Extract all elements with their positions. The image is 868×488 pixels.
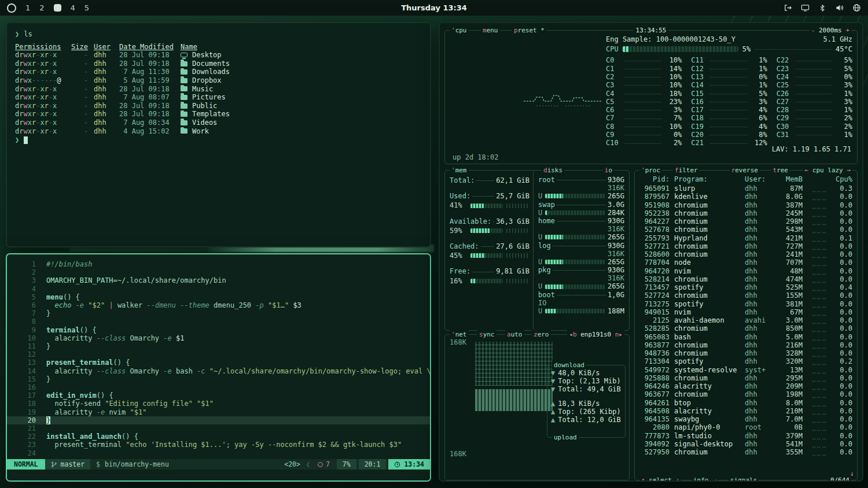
file-row[interactable]: drwxr-xr-x-dhh 4 Aug 15:02Work	[15, 127, 430, 136]
code-line[interactable]: 4	[7, 285, 430, 293]
process-row[interactable]: 963877chromiumdhh216M⣀⣀⣀0.0	[639, 341, 852, 349]
process-row[interactable]: 528285chromiumdhh850M⣀⣀⣀0.0	[639, 324, 852, 332]
filter-button[interactable]: filter	[673, 166, 700, 175]
code-line[interactable]: 22install_and_launch() {	[7, 432, 430, 441]
git-branch[interactable]: master	[45, 459, 91, 469]
code-line[interactable]: 11}	[7, 342, 430, 350]
code-line[interactable]: 20}	[7, 416, 430, 424]
process-row[interactable]: 527678chromiumdhh543M⣀⣀⣀0.0	[639, 225, 852, 234]
process-row[interactable]: 925888chromiumdhh295M⣀⣀⣀0.0	[639, 374, 852, 382]
terminal-window-btop[interactable]: 'cpu menu preset * 13:34:55 - 2000ms + E…	[439, 22, 863, 482]
process-row[interactable]: 952238chromiumdhh245M⣀⣀⣀0.0	[639, 209, 852, 217]
process-row[interactable]: 949015nvimdhh67M⣀⣀⣀0.0	[639, 308, 852, 316]
code-line[interactable]: 2	[7, 268, 430, 276]
code-line[interactable]: 3OMARCHY_BIN_PATH=~/.local/share/omarchy…	[7, 276, 430, 284]
process-row[interactable]: 549972systemd-resolvesyst+13M⣀⣀⣀0.0	[639, 366, 852, 374]
process-row[interactable]: 778704nodedhh707M⣀⣀⣀0.0	[639, 258, 852, 267]
terminal-window-ls[interactable]: ❯ ls Permissions Size User Date Modified…	[6, 22, 431, 247]
globe-icon[interactable]	[852, 3, 861, 12]
process-row[interactable]: 951908chromiumdhh387M⣀⣀⣀0.0	[639, 201, 852, 209]
sort-selector[interactable]: ← cpu lazy →	[803, 166, 852, 175]
code-line[interactable]: 7}	[7, 309, 430, 317]
mem-box-title[interactable]: 'mem	[450, 166, 469, 175]
io-toggle[interactable]: io	[603, 166, 614, 175]
code-line[interactable]: 6 echo -e "$2" | walker --dmenu --theme …	[7, 301, 430, 309]
proc-footer-select[interactable]: ↑ select ↓	[639, 476, 681, 482]
code-line[interactable]: 8	[7, 317, 430, 326]
workspace-5[interactable]: 5	[84, 3, 89, 12]
process-row[interactable]: 879567kdenlivedhh8.0G⣀⣀⣀0.0	[639, 193, 852, 201]
net-interface[interactable]: ◂b enp191s0 n▸	[567, 330, 624, 339]
code-line[interactable]: 18 notify-send "Editing config file" "$1…	[7, 400, 430, 408]
process-row[interactable]: 964135swaybgdhh7.0M⣀⣀⣀0.0	[639, 415, 852, 423]
editor-lines[interactable]: 1#!/bin/bash23OMARCHY_BIN_PATH=~/.local/…	[7, 254, 430, 457]
process-row[interactable]: 963677chromiumdhh198M⣀⣀⣀0.0	[639, 390, 852, 398]
process-row[interactable]: 528600chromiumdhh241M⣀⣀⣀0.0	[639, 250, 852, 258]
tree-button[interactable]: tree	[771, 166, 790, 175]
process-row[interactable]: 527950chromiumdhh355M⣀⣀⣀0.0	[639, 448, 852, 456]
code-line[interactable]: 15}	[7, 375, 430, 383]
code-line[interactable]: 12	[7, 350, 430, 358]
process-row[interactable]: 964261btopdhh8.0M⣀⣀⣀0.0	[639, 399, 852, 407]
process-row[interactable]: 527721chromiumdhh727M⣀⣀⣀0.0	[639, 242, 852, 250]
process-row[interactable]: 964246alacrittydhh209M⣀⣀⣀0.0	[639, 382, 852, 390]
update-interval[interactable]: - 2000ms +	[810, 26, 851, 35]
code-line[interactable]: 17edit_in_nvim() {	[7, 391, 430, 400]
process-row[interactable]: 255793Hyprlanddhh421M⣀⣀⣀0.1	[639, 234, 852, 242]
code-line[interactable]: 21	[7, 424, 430, 432]
logout-icon[interactable]	[784, 3, 792, 12]
scroll-down-indicator[interactable]: ↓	[850, 469, 854, 478]
omarchy-logo-icon[interactable]	[7, 3, 16, 13]
shell-prompt-active[interactable]: ❯	[15, 136, 430, 145]
volume-icon[interactable]	[835, 3, 844, 12]
file-row[interactable]: drwxr-xr-x-dhh 7 Aug 08:34Videos	[15, 119, 430, 127]
process-row[interactable]: 964508alacrittydhh210M⣀⣀⣀0.0	[639, 407, 852, 415]
code-line[interactable]: 14 alacritty --class Omarchy -e bash -c …	[7, 367, 430, 375]
net-box-title[interactable]: 'net	[450, 330, 469, 339]
code-line[interactable]: 24	[7, 449, 430, 457]
code-line[interactable]: 13present_terminal() {	[7, 358, 430, 367]
process-row[interactable]: 948736chromiumdhh328M⣀⣀⣀0.0	[639, 349, 852, 357]
proc-box-title[interactable]: 'proc	[639, 166, 662, 175]
editor-window-nvim[interactable]: 1#!/bin/bash23OMARCHY_BIN_PATH=~/.local/…	[6, 253, 431, 482]
process-row[interactable]: 777873lm-studiodhh379M⣀⣀⣀0.0	[639, 432, 852, 440]
proc-footer-signals[interactable]: signals	[729, 476, 759, 482]
screen-icon[interactable]	[801, 3, 810, 12]
process-row[interactable]: 964227chromiumdhh298M⣀⣀⣀0.0	[639, 217, 852, 225]
bluetooth-icon[interactable]	[818, 4, 826, 12]
file-row[interactable]: drwxr-xr-x-dhh28 Jul 09:18Templates	[15, 110, 430, 119]
file-row[interactable]: drwxr-xr-x-dhh 7 Aug 08:07Pictures	[15, 93, 430, 102]
file-row[interactable]: drwxr-xr-x-dhh 7 Aug 11:30Downloads	[15, 68, 430, 76]
process-row[interactable]: 965091slurpdhh87M⣀⣀⣀0.3	[639, 184, 852, 193]
code-line[interactable]: 9terminal() {	[7, 326, 430, 334]
process-row[interactable]: 713304spotifydhh320M⣀⣀⣀0.2	[639, 357, 852, 365]
code-line[interactable]: 10 alacritty --class Omarchy -e $1	[7, 334, 430, 342]
code-line[interactable]: 1#!/bin/bash	[7, 260, 430, 268]
file-row[interactable]: drwxr-xr-x-dhh28 Jul 09:18Desktop	[15, 51, 430, 60]
process-row[interactable]: 713457spotifydhh525M⣀⣀⣀0.4	[639, 283, 852, 291]
process-row[interactable]: 394092signal-desktopdhh541M⣀⣀⣀0.0	[639, 440, 852, 448]
proc-footer-info[interactable]: info ↵	[692, 476, 718, 482]
diagnostics-count[interactable]: 7	[312, 459, 334, 469]
process-row[interactable]: 528214chromiumdhh474M⣀⣀⣀0.0	[639, 275, 852, 283]
code-line[interactable]: 16	[7, 383, 430, 391]
menu-button[interactable]: menu	[481, 26, 500, 35]
process-row[interactable]: 713275spotifydhh381M⣀⣀⣀0.0	[639, 300, 852, 308]
process-row[interactable]: 527724chromiumdhh155M⣀⣀⣀0.0	[639, 291, 852, 300]
workspace-active[interactable]	[54, 4, 61, 12]
net-zero-button[interactable]: zero	[532, 330, 551, 339]
file-row[interactable]: drwx------@-dhh 5 Aug 11:59Dropbox	[15, 76, 430, 85]
code-line[interactable]: 5menu() {	[7, 293, 430, 301]
code-line[interactable]: 23 present_terminal "echo 'Installing $1…	[7, 441, 430, 449]
file-row[interactable]: drwxr-xr-x-dhh28 Jul 09:18Public	[15, 102, 430, 110]
reverse-button[interactable]: reverse	[730, 166, 760, 175]
net-auto-button[interactable]: auto	[505, 330, 524, 339]
process-row[interactable]: 964720nvimdhh48M⣀⣀⣀0.0	[639, 267, 852, 275]
workspace-2[interactable]: 2	[39, 3, 44, 12]
cpu-box-title[interactable]: 'cpu	[450, 26, 469, 35]
file-row[interactable]: drwxr-xr-x-dhh28 Jul 09:18Documents	[15, 60, 430, 68]
workspace-4[interactable]: 4	[71, 3, 75, 12]
code-line[interactable]: 19 alacritty -e nvim "$1"	[7, 408, 430, 416]
process-row[interactable]: 965083bashdhh5.0M⣀⣀⣀0.0	[639, 333, 852, 341]
file-row[interactable]: drwxr-xr-x-dhh28 Jul 09:18Music	[15, 85, 430, 94]
